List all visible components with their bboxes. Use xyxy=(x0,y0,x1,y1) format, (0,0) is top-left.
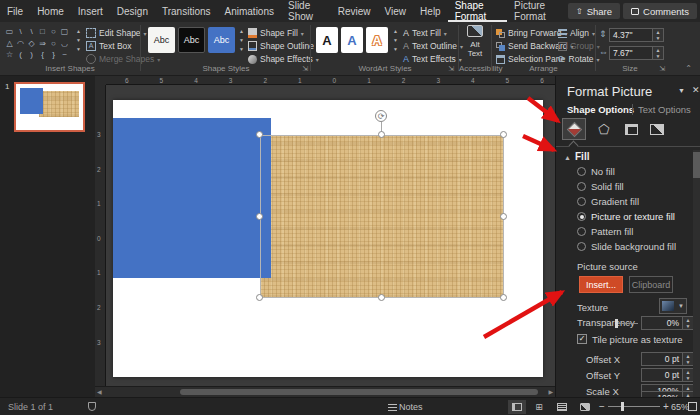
group-button[interactable]: Group▾ xyxy=(558,40,600,52)
shape-fill-button[interactable]: Shape Fill▾ xyxy=(248,27,304,39)
slide-sorter-view-button[interactable]: ⊞ xyxy=(530,400,548,414)
horizontal-scrollbar[interactable]: ◀ ▶ xyxy=(95,386,555,397)
pane-scrollbar-thumb[interactable] xyxy=(693,152,700,178)
radio-solid-fill[interactable] xyxy=(577,182,586,191)
shape-gallery-item[interactable]: } xyxy=(48,49,59,60)
slide-thumbnail[interactable] xyxy=(14,82,85,132)
pane-menu-icon[interactable]: ▼ xyxy=(678,87,685,94)
shape-gallery-item[interactable]: ◠ xyxy=(15,38,26,49)
shape-gallery-item[interactable]: ◡ xyxy=(59,38,70,49)
tab-file[interactable]: File xyxy=(0,0,30,22)
tab-animations[interactable]: Animations xyxy=(218,0,281,22)
zoom-slider-track[interactable] xyxy=(608,406,660,407)
wordart-gallery-scroll[interactable]: ▲▼▼ xyxy=(391,27,400,53)
pane-scrollbar[interactable] xyxy=(693,150,700,397)
shape-gallery-scroll[interactable]: ▲▼▼ xyxy=(74,27,83,53)
rotation-handle[interactable]: ⟳ xyxy=(375,110,387,122)
radio-slide-background-fill[interactable] xyxy=(577,242,586,251)
height-stepper[interactable]: ▲▼ xyxy=(653,28,664,42)
radio-picture-or-texture-fill[interactable] xyxy=(577,212,586,221)
zoom-slider-handle[interactable] xyxy=(621,402,624,411)
tile-picture-checkbox-label[interactable]: Tile picture as texture xyxy=(592,334,682,345)
transparency-slider-track[interactable] xyxy=(616,323,638,324)
zoom-percent[interactable]: 65% xyxy=(671,402,689,412)
comments-button[interactable]: Comments xyxy=(623,3,697,19)
insert-picture-button[interactable]: Insert... xyxy=(579,276,623,293)
text-outline-button[interactable]: A Text Outline▾ xyxy=(403,40,463,52)
shape-gallery-item[interactable]: ○ xyxy=(48,26,59,37)
radio-pattern-fill[interactable] xyxy=(577,227,586,236)
size-dialog-launcher[interactable]: ⇲ xyxy=(659,65,665,73)
wordart-tile-1[interactable]: A xyxy=(316,27,338,53)
tab-shape-format[interactable]: Shape Format xyxy=(448,0,507,22)
pattern-fill-label[interactable]: Pattern fill xyxy=(591,226,633,237)
transparency-input[interactable]: 0% xyxy=(641,316,683,330)
slide-background-fill-label[interactable]: Slide background fill xyxy=(591,241,676,252)
resize-handle-bottom-left[interactable] xyxy=(256,294,263,301)
resize-handle-middle-left[interactable] xyxy=(256,213,263,220)
tab-review[interactable]: Review xyxy=(331,0,378,22)
tab-insert[interactable]: Insert xyxy=(71,0,110,22)
horizontal-scrollbar-thumb[interactable] xyxy=(180,389,538,395)
shape-styles-gallery-scroll[interactable]: ▲▼▼ xyxy=(237,27,246,53)
shape-style-tile-3[interactable]: Abc xyxy=(208,27,235,53)
shape-gallery-item[interactable]: ▭ xyxy=(4,26,15,37)
bring-forward-button[interactable]: Bring Forward▾ xyxy=(496,27,567,39)
resize-handle-top-right[interactable] xyxy=(500,131,507,138)
shape-gallery-item[interactable]: ◇ xyxy=(26,38,37,49)
fill-and-line-tab[interactable] xyxy=(562,118,586,140)
size-properties-tab[interactable] xyxy=(619,118,643,140)
wordart-tile-2[interactable]: A xyxy=(341,27,363,53)
wordart-tile-3[interactable]: A xyxy=(366,27,388,53)
zoom-out-icon[interactable]: − xyxy=(599,401,605,412)
accessibility-checker-icon[interactable] xyxy=(88,402,96,411)
solid-fill-label[interactable]: Solid fill xyxy=(591,181,624,192)
tab-picture-format[interactable]: Picture Format xyxy=(507,0,568,22)
pane-close-icon[interactable]: ✕ xyxy=(692,85,700,95)
gradient-fill-label[interactable]: Gradient fill xyxy=(591,196,639,207)
tab-view[interactable]: View xyxy=(378,0,414,22)
pane-tab-text-options[interactable]: Text Options xyxy=(638,104,691,115)
shape-gallery-item[interactable]: ☆ xyxy=(4,49,15,60)
shape-style-tile-2[interactable]: Abc xyxy=(178,27,205,53)
picture-tab[interactable] xyxy=(645,118,669,140)
shape-height-input[interactable]: 4.37" xyxy=(609,28,653,42)
shape-gallery-item[interactable]: ○ xyxy=(48,38,59,49)
tab-design[interactable]: Design xyxy=(110,0,155,22)
tab-help[interactable]: Help xyxy=(413,0,448,22)
slideshow-view-button[interactable] xyxy=(576,400,594,414)
offset-y-input[interactable]: 0 pt xyxy=(641,368,683,382)
transparency-slider-handle[interactable] xyxy=(615,319,618,328)
fill-section-header[interactable]: Fill xyxy=(575,151,589,162)
fit-slide-to-window-icon[interactable] xyxy=(688,402,697,411)
zoom-in-icon[interactable]: + xyxy=(663,401,669,412)
shape-width-input[interactable]: 7.67" xyxy=(609,46,653,60)
edit-shape-button[interactable]: Edit Shape▾ xyxy=(86,27,147,39)
align-button[interactable]: Align▾ xyxy=(558,27,595,39)
shape-gallery-item[interactable]: ▢ xyxy=(59,26,70,37)
pane-tab-shape-options[interactable]: Shape Options xyxy=(567,104,634,115)
picture-or-texture-fill-label[interactable]: Picture or texture fill xyxy=(591,211,675,222)
shape-gallery-grid[interactable]: ▭\\□○▢△◠◇⇒○◡☆(){}~ xyxy=(4,26,72,61)
blue-rectangle-shape[interactable] xyxy=(113,118,271,278)
notes-button[interactable]: Notes xyxy=(399,402,423,412)
shape-gallery-item[interactable]: \ xyxy=(15,26,26,37)
resize-handle-bottom-middle[interactable] xyxy=(378,294,385,301)
scroll-left-icon[interactable]: ◀ xyxy=(97,388,102,395)
resize-handle-top-left[interactable] xyxy=(256,131,263,138)
shape-gallery-item[interactable]: ⇒ xyxy=(37,38,48,49)
tile-picture-checkbox[interactable]: ✓ xyxy=(577,334,587,344)
tab-transitions[interactable]: Transitions xyxy=(155,0,218,22)
reading-view-button[interactable] xyxy=(553,400,571,414)
shape-gallery-item[interactable]: □ xyxy=(37,26,48,37)
resize-handle-middle-right[interactable] xyxy=(500,213,507,220)
collapse-ribbon-icon[interactable]: ⌃ xyxy=(685,64,692,73)
text-box-button[interactable]: A Text Box xyxy=(86,40,132,52)
shape-styles-dialog-launcher[interactable]: ⇲ xyxy=(302,65,308,73)
resize-handle-bottom-right[interactable] xyxy=(500,294,507,301)
alt-text-button[interactable]: Alt Text xyxy=(462,25,488,63)
clipboard-button[interactable]: Clipboard xyxy=(629,276,673,293)
radio-gradient-fill[interactable] xyxy=(577,197,586,206)
offset-x-input[interactable]: 0 pt xyxy=(641,352,683,366)
radio-no-fill[interactable] xyxy=(577,167,586,176)
